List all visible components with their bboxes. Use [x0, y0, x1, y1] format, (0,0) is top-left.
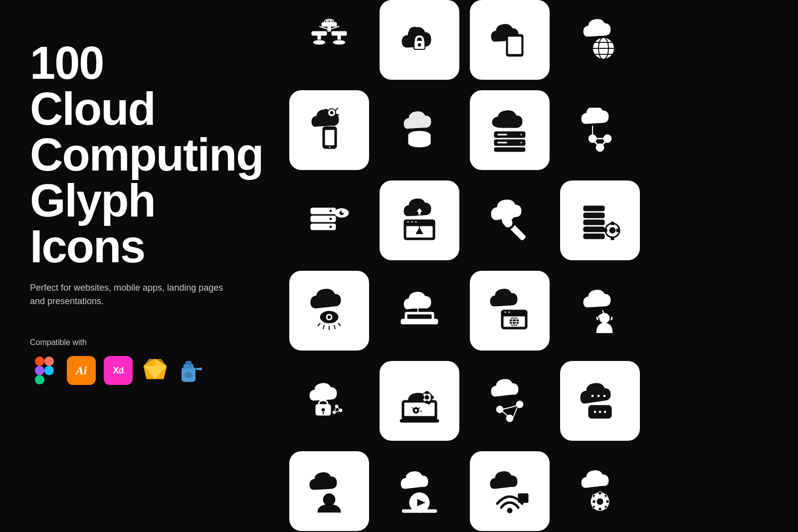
svg-rect-162: [598, 492, 601, 495]
svg-rect-164: [606, 500, 609, 503]
icon-cloud-server: [470, 90, 550, 170]
svg-rect-92: [611, 222, 614, 225]
svg-point-33: [418, 43, 421, 46]
icon-cloud-user: [289, 451, 369, 531]
icon-cloud-message: [560, 361, 640, 441]
icon-cloud-database: [380, 90, 459, 170]
svg-line-102: [334, 325, 335, 329]
svg-rect-87: [584, 220, 604, 225]
svg-point-4: [44, 366, 54, 375]
icon-cloud-phone-gear: [289, 90, 369, 170]
svg-line-144: [502, 411, 508, 416]
ai-illustrator-icon: Ai: [67, 356, 96, 385]
figma-icon: [30, 356, 59, 385]
sketch-icon: [141, 356, 170, 385]
icon-cloud-browser-upload: [380, 180, 459, 260]
svg-rect-22: [338, 35, 341, 39]
svg-point-161: [597, 498, 603, 505]
svg-point-30: [328, 20, 330, 22]
svg-point-56: [520, 134, 522, 136]
svg-rect-138: [431, 396, 433, 399]
svg-line-103: [338, 323, 341, 326]
svg-point-72: [329, 225, 332, 228]
svg-rect-86: [584, 213, 604, 218]
svg-rect-21: [318, 35, 321, 39]
icon-cloud-tablet: [470, 0, 550, 80]
svg-rect-156: [402, 510, 437, 513]
svg-rect-1: [44, 356, 54, 366]
svg-rect-107: [407, 314, 432, 319]
icon-cloud-globe-browser: [470, 271, 550, 351]
svg-point-111: [504, 311, 506, 313]
icon-cloud-tools: [470, 180, 550, 260]
svg-point-80: [415, 221, 417, 223]
svg-point-16: [199, 367, 202, 370]
compatible-label: Compatible with: [30, 338, 249, 347]
svg-rect-35: [508, 36, 522, 54]
svg-rect-58: [497, 134, 507, 136]
icon-cloud-lock: [380, 0, 459, 80]
svg-point-52: [408, 139, 430, 147]
svg-line-64: [595, 142, 598, 146]
svg-rect-93: [611, 237, 614, 240]
svg-rect-19: [312, 31, 327, 35]
svg-point-152: [603, 394, 606, 397]
svg-point-31: [332, 20, 334, 22]
svg-point-47: [330, 111, 333, 114]
svg-point-70: [329, 209, 332, 212]
svg-line-126: [337, 406, 341, 410]
svg-rect-2: [35, 366, 44, 375]
svg-point-135: [425, 395, 429, 399]
svg-point-57: [520, 142, 522, 144]
svg-line-99: [318, 323, 320, 326]
left-panel: 100 Cloud Computing Glyph Icons Perfect …: [0, 0, 279, 532]
xd-icon: Xd: [104, 356, 133, 385]
svg-point-121: [321, 408, 325, 412]
svg-rect-131: [400, 419, 439, 422]
svg-point-149: [603, 410, 606, 413]
svg-point-71: [329, 217, 332, 220]
svg-rect-139: [421, 396, 424, 399]
svg-point-29: [325, 20, 327, 22]
icons-grid: 101: [279, 0, 652, 532]
svg-rect-88: [584, 227, 604, 232]
svg-rect-95: [604, 229, 607, 232]
svg-point-36: [514, 54, 516, 56]
svg-rect-137: [425, 401, 428, 403]
svg-point-75: [342, 211, 344, 213]
svg-point-23: [313, 40, 325, 44]
svg-rect-136: [425, 391, 428, 394]
svg-rect-0: [35, 356, 44, 366]
svg-point-91: [609, 227, 615, 233]
svg-rect-94: [616, 229, 619, 232]
description: Perfect for websites, mobile apps, landi…: [30, 281, 239, 308]
svg-point-98: [328, 316, 331, 319]
svg-rect-55: [494, 148, 525, 152]
icon-cloud-globe: [560, 0, 640, 80]
svg-point-79: [411, 221, 413, 223]
app-icons-row: Ai Xd: [30, 356, 249, 385]
icon-database-gear: [560, 180, 640, 260]
svg-point-150: [591, 394, 594, 397]
svg-point-141: [516, 401, 523, 408]
svg-point-151: [597, 394, 600, 397]
svg-rect-163: [598, 508, 601, 511]
svg-point-147: [594, 410, 597, 413]
icon-cloud-share: [470, 361, 550, 441]
icon-cloud-lock-user: [289, 361, 369, 441]
svg-rect-130: [404, 402, 435, 416]
svg-text:101: 101: [520, 496, 528, 501]
svg-line-100: [323, 325, 324, 329]
icon-network: [289, 0, 369, 80]
right-panel: 101: [279, 0, 798, 532]
svg-point-112: [508, 311, 510, 313]
svg-point-133: [414, 409, 417, 412]
icon-cloud-play: [380, 451, 459, 531]
icon-cloud-eye: [289, 271, 369, 351]
svg-rect-44: [325, 130, 335, 146]
svg-line-65: [601, 142, 605, 146]
main-title: 100 Cloud Computing Glyph Icons: [30, 40, 249, 269]
svg-rect-85: [584, 206, 604, 211]
icon-laptop-upload: [380, 271, 459, 351]
inkpot-icon: [178, 356, 206, 385]
